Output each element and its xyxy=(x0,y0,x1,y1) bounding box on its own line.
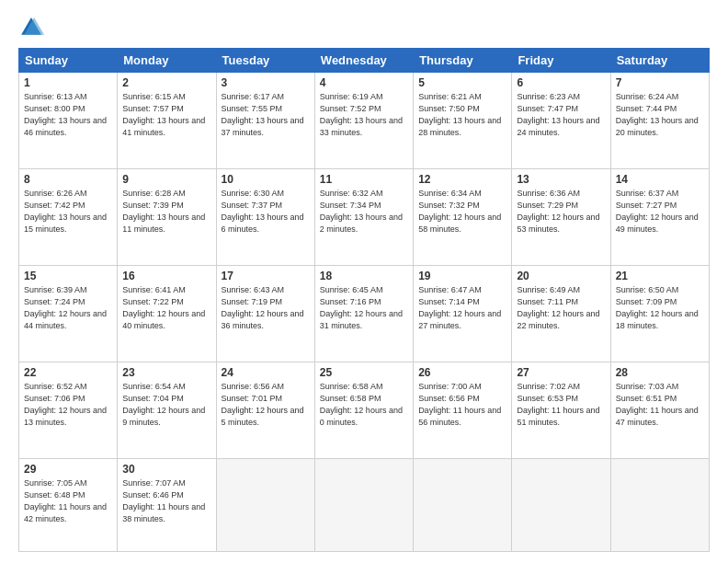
calendar-cell xyxy=(414,458,512,551)
calendar-week-0: 1Sunrise: 6:13 AMSunset: 8:00 PMDaylight… xyxy=(19,73,710,169)
day-number: 16 xyxy=(122,270,210,282)
day-number: 8 xyxy=(24,173,112,186)
col-tuesday: Tuesday xyxy=(216,49,314,73)
calendar-cell: 6Sunrise: 6:23 AMSunset: 7:47 PMDaylight… xyxy=(512,73,610,169)
calendar-cell: 12Sunrise: 6:34 AMSunset: 7:32 PMDayligh… xyxy=(414,168,512,265)
day-number: 17 xyxy=(222,270,310,282)
day-number: 14 xyxy=(616,173,704,186)
day-info: Sunrise: 6:43 AMSunset: 7:19 PMDaylight:… xyxy=(222,284,310,332)
calendar-cell: 17Sunrise: 6:43 AMSunset: 7:19 PMDayligh… xyxy=(216,265,314,362)
calendar-cell xyxy=(314,458,413,551)
col-wednesday: Wednesday xyxy=(314,49,413,73)
day-info: Sunrise: 6:36 AMSunset: 7:29 PMDaylight:… xyxy=(517,188,605,236)
logo xyxy=(18,15,48,40)
day-info: Sunrise: 7:05 AMSunset: 6:48 PMDaylight:… xyxy=(24,477,112,525)
day-number: 2 xyxy=(122,76,210,89)
day-number: 18 xyxy=(320,270,408,282)
day-number: 6 xyxy=(517,76,605,89)
calendar-cell: 19Sunrise: 6:47 AMSunset: 7:14 PMDayligh… xyxy=(414,265,512,362)
day-info: Sunrise: 6:34 AMSunset: 7:32 PMDaylight:… xyxy=(418,188,506,236)
day-info: Sunrise: 6:30 AMSunset: 7:37 PMDaylight:… xyxy=(222,188,310,236)
day-number: 4 xyxy=(320,76,408,89)
day-info: Sunrise: 6:15 AMSunset: 7:57 PMDaylight:… xyxy=(122,91,210,139)
calendar-cell: 5Sunrise: 6:21 AMSunset: 7:50 PMDaylight… xyxy=(414,73,512,169)
calendar-header-row: Sunday Monday Tuesday Wednesday Thursday… xyxy=(19,49,710,73)
calendar-cell: 16Sunrise: 6:41 AMSunset: 7:22 PMDayligh… xyxy=(118,265,216,362)
day-number: 5 xyxy=(418,76,506,89)
day-number: 15 xyxy=(24,270,112,282)
calendar-cell: 10Sunrise: 6:30 AMSunset: 7:37 PMDayligh… xyxy=(216,168,314,265)
calendar-cell: 20Sunrise: 6:49 AMSunset: 7:11 PMDayligh… xyxy=(512,265,610,362)
day-info: Sunrise: 6:32 AMSunset: 7:34 PMDaylight:… xyxy=(320,188,408,236)
logo-icon xyxy=(18,15,44,40)
day-info: Sunrise: 6:17 AMSunset: 7:55 PMDaylight:… xyxy=(222,91,310,139)
calendar-cell: 3Sunrise: 6:17 AMSunset: 7:55 PMDaylight… xyxy=(216,73,314,169)
calendar-cell: 11Sunrise: 6:32 AMSunset: 7:34 PMDayligh… xyxy=(314,168,413,265)
calendar-cell: 26Sunrise: 7:00 AMSunset: 6:56 PMDayligh… xyxy=(414,362,512,458)
calendar-cell: 28Sunrise: 7:03 AMSunset: 6:51 PMDayligh… xyxy=(610,362,709,458)
day-number: 22 xyxy=(24,366,112,379)
calendar-cell: 23Sunrise: 6:54 AMSunset: 7:04 PMDayligh… xyxy=(118,362,216,458)
calendar-cell: 8Sunrise: 6:26 AMSunset: 7:42 PMDaylight… xyxy=(19,168,118,265)
day-number: 28 xyxy=(616,366,704,379)
calendar-cell xyxy=(610,458,709,551)
calendar-cell: 9Sunrise: 6:28 AMSunset: 7:39 PMDaylight… xyxy=(118,168,216,265)
calendar-cell: 21Sunrise: 6:50 AMSunset: 7:09 PMDayligh… xyxy=(610,265,709,362)
calendar-cell: 27Sunrise: 7:02 AMSunset: 6:53 PMDayligh… xyxy=(512,362,610,458)
day-info: Sunrise: 6:28 AMSunset: 7:39 PMDaylight:… xyxy=(122,188,210,236)
day-info: Sunrise: 6:58 AMSunset: 6:58 PMDaylight:… xyxy=(320,381,408,429)
calendar-cell: 18Sunrise: 6:45 AMSunset: 7:16 PMDayligh… xyxy=(314,265,413,362)
calendar-week-2: 15Sunrise: 6:39 AMSunset: 7:24 PMDayligh… xyxy=(19,265,710,362)
day-number: 26 xyxy=(418,366,506,379)
day-number: 20 xyxy=(517,270,605,282)
day-number: 29 xyxy=(24,463,112,476)
calendar-week-4: 29Sunrise: 7:05 AMSunset: 6:48 PMDayligh… xyxy=(19,458,710,551)
day-number: 30 xyxy=(122,463,210,476)
day-number: 25 xyxy=(320,366,408,379)
day-info: Sunrise: 7:00 AMSunset: 6:56 PMDaylight:… xyxy=(418,381,506,429)
day-number: 27 xyxy=(517,366,605,379)
day-info: Sunrise: 6:54 AMSunset: 7:04 PMDaylight:… xyxy=(122,381,210,429)
calendar-table: Sunday Monday Tuesday Wednesday Thursday… xyxy=(18,48,710,552)
day-info: Sunrise: 6:56 AMSunset: 7:01 PMDaylight:… xyxy=(222,381,310,429)
day-info: Sunrise: 6:26 AMSunset: 7:42 PMDaylight:… xyxy=(24,188,112,236)
day-number: 21 xyxy=(616,270,704,282)
calendar-cell: 24Sunrise: 6:56 AMSunset: 7:01 PMDayligh… xyxy=(216,362,314,458)
day-number: 7 xyxy=(616,76,704,89)
day-number: 12 xyxy=(418,173,506,186)
day-number: 9 xyxy=(122,173,210,186)
day-info: Sunrise: 6:49 AMSunset: 7:11 PMDaylight:… xyxy=(517,284,605,332)
day-info: Sunrise: 6:19 AMSunset: 7:52 PMDaylight:… xyxy=(320,91,408,139)
day-info: Sunrise: 6:41 AMSunset: 7:22 PMDaylight:… xyxy=(122,284,210,332)
calendar-cell: 29Sunrise: 7:05 AMSunset: 6:48 PMDayligh… xyxy=(19,458,118,551)
day-info: Sunrise: 6:13 AMSunset: 8:00 PMDaylight:… xyxy=(24,91,112,139)
day-info: Sunrise: 7:03 AMSunset: 6:51 PMDaylight:… xyxy=(616,381,704,429)
day-info: Sunrise: 7:07 AMSunset: 6:46 PMDaylight:… xyxy=(122,477,210,525)
page: Sunday Monday Tuesday Wednesday Thursday… xyxy=(0,0,728,563)
day-info: Sunrise: 6:21 AMSunset: 7:50 PMDaylight:… xyxy=(418,91,506,139)
day-number: 1 xyxy=(24,76,112,89)
col-friday: Friday xyxy=(512,49,610,73)
calendar-cell: 1Sunrise: 6:13 AMSunset: 8:00 PMDaylight… xyxy=(19,73,118,169)
calendar-cell xyxy=(216,458,314,551)
day-number: 3 xyxy=(222,76,310,89)
calendar-cell: 13Sunrise: 6:36 AMSunset: 7:29 PMDayligh… xyxy=(512,168,610,265)
day-number: 13 xyxy=(517,173,605,186)
calendar-cell xyxy=(512,458,610,551)
calendar-cell: 4Sunrise: 6:19 AMSunset: 7:52 PMDaylight… xyxy=(314,73,413,169)
calendar-week-3: 22Sunrise: 6:52 AMSunset: 7:06 PMDayligh… xyxy=(19,362,710,458)
calendar-week-1: 8Sunrise: 6:26 AMSunset: 7:42 PMDaylight… xyxy=(19,168,710,265)
day-info: Sunrise: 6:37 AMSunset: 7:27 PMDaylight:… xyxy=(616,188,704,236)
header xyxy=(18,15,710,40)
col-thursday: Thursday xyxy=(414,49,512,73)
day-number: 19 xyxy=(418,270,506,282)
calendar-cell: 30Sunrise: 7:07 AMSunset: 6:46 PMDayligh… xyxy=(118,458,216,551)
calendar-cell: 25Sunrise: 6:58 AMSunset: 6:58 PMDayligh… xyxy=(314,362,413,458)
day-number: 11 xyxy=(320,173,408,186)
day-info: Sunrise: 6:24 AMSunset: 7:44 PMDaylight:… xyxy=(616,91,704,139)
day-info: Sunrise: 6:50 AMSunset: 7:09 PMDaylight:… xyxy=(616,284,704,332)
day-info: Sunrise: 6:39 AMSunset: 7:24 PMDaylight:… xyxy=(24,284,112,332)
day-number: 24 xyxy=(222,366,310,379)
col-sunday: Sunday xyxy=(19,49,118,73)
calendar-cell: 14Sunrise: 6:37 AMSunset: 7:27 PMDayligh… xyxy=(610,168,709,265)
